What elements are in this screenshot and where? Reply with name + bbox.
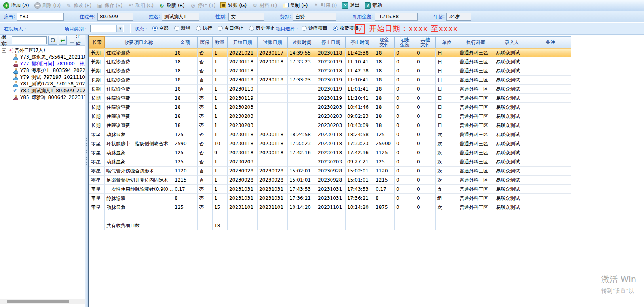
table-row[interactable]: 长期住院诊查费18否1202301192023011911:10:411800日… xyxy=(89,94,571,103)
radio-button[interactable] xyxy=(218,26,223,31)
radio-button[interactable] xyxy=(302,26,307,31)
table-cell: 1 xyxy=(213,167,228,176)
status-option-5[interactable]: 历史停止 xyxy=(249,25,275,32)
table-cell: 17:43:53 xyxy=(346,185,374,194)
panel-splitter[interactable] xyxy=(85,35,89,307)
toolbar-button-add[interactable]: 增加(A) xyxy=(2,1,32,10)
table-row[interactable]: 零星动脉显象125否1202302032023020309:27:2112500… xyxy=(89,157,571,167)
column-header-12[interactable]: 记账 金额 xyxy=(395,36,415,48)
toolbar-button-cancel[interactable]: 取消(C) xyxy=(126,1,156,10)
table-cell: 20230118 xyxy=(316,139,346,148)
table-row[interactable]: 零星环状胰腺十二指肠侧侧吻合术2590否10202301182023011817… xyxy=(89,139,571,148)
table-row[interactable]: 零星喉气管外伤缝合成形术1120否1202309282023092815:02:… xyxy=(89,167,571,176)
discharge-checkbox[interactable] xyxy=(70,38,74,43)
table-row[interactable]: 零星一次性使用静脉输液针(0.9(0...0.17否12023103120231… xyxy=(89,185,571,194)
radio-button[interactable] xyxy=(333,26,338,31)
status-option-2[interactable]: 新增 xyxy=(174,25,190,32)
search-input[interactable] xyxy=(12,36,47,44)
table-row[interactable]: 长期住院诊查费18否1202210212023011714:39:5520230… xyxy=(89,48,571,57)
toolbar-button-stop[interactable]: 停止(T) xyxy=(188,1,218,10)
chevron-down-icon[interactable]: ▼ xyxy=(116,25,123,32)
table-cell: 普通外科三区 xyxy=(458,139,494,148)
table-row[interactable]: 零星动脉显象125否15202311012023110110:14:202023… xyxy=(89,203,571,212)
table-row[interactable]: 长期住院诊查费18否1202301182023011817:33:2320230… xyxy=(89,57,571,66)
radio-button[interactable] xyxy=(249,26,254,31)
column-header-13[interactable]: 其他 支付 xyxy=(415,36,436,48)
toolbar-button-help[interactable]: 帮助 xyxy=(363,1,385,10)
table-row[interactable]: 长期住院诊查费18否1202302032023020309:02:231800日… xyxy=(89,112,571,121)
tree-item-patient[interactable]: Y73_陈永忠_755641_20211022_周 xyxy=(0,54,85,61)
table-row[interactable]: 长期住院诊查费18否1202302032023020310:41:461800日… xyxy=(89,103,571,112)
column-header-17[interactable]: 备注 xyxy=(530,36,571,48)
table-row[interactable]: 长期住院诊查费18否1202302032023020310:43:091800日… xyxy=(89,121,571,130)
column-header-8[interactable]: 过账时间 xyxy=(288,36,316,48)
search-button[interactable] xyxy=(48,36,57,45)
table-row[interactable]: 长期住院诊查费18否1202301182023011817:33:2320230… xyxy=(89,76,571,85)
table-cell: 0.17 xyxy=(374,185,395,194)
tree-collapse-icon[interactable] xyxy=(2,48,6,53)
table-row[interactable]: 零星动脉显象125否1202301182023011818:24:5820230… xyxy=(89,130,571,139)
table-row[interactable]: 长期住院诊查费18否1202301182023011811:42:381800日… xyxy=(89,66,571,76)
column-header-10[interactable]: 停止时间 xyxy=(346,36,374,48)
column-header-3[interactable]: 金额 xyxy=(173,36,198,48)
splitter-grip[interactable] xyxy=(86,136,87,167)
column-header-5[interactable]: 数量 xyxy=(213,36,228,48)
column-header-16[interactable]: 录入人 xyxy=(494,36,530,48)
tree-item-patient[interactable]: Y81_测试0728_770158_20210729 xyxy=(0,81,85,87)
table-cell: 18:24:58 xyxy=(346,130,374,139)
table-cell: 0 xyxy=(415,112,436,121)
tree-item-patient[interactable]: Y83_测试病人1_803599_2022102 xyxy=(0,87,85,94)
tree-root-ward[interactable]: 普外三区(7人) xyxy=(0,47,85,54)
column-header-6[interactable]: 开始日期 xyxy=(228,36,258,48)
column-header-1[interactable]: 长零 xyxy=(89,36,105,48)
charge-items-table: 长零收费项目名称金额医保数量开始日期过账日期过账时间停止日期停止时间现金 支付记… xyxy=(89,36,571,230)
column-header-9[interactable]: 停止日期 xyxy=(316,36,346,48)
toolbar-button-mnemonic: (F) xyxy=(301,3,308,8)
column-header-4[interactable]: 医保 xyxy=(198,36,213,48)
column-header-15[interactable]: 执行科室 xyxy=(458,36,494,48)
toolbar-button-quote[interactable]: 引用(I) xyxy=(311,1,340,10)
patient-field: 性别:女 xyxy=(215,13,264,21)
tree-item-patient[interactable]: Y79_测试_797197_20211108_周ристи xyxy=(0,74,85,81)
status-option-1[interactable]: 全部 xyxy=(152,25,169,32)
column-header-11[interactable]: 现金 支付 xyxy=(374,36,395,48)
toolbar-button-edit[interactable]: 修改(E) xyxy=(64,1,94,10)
column-header-2[interactable]: 收费项目名称 xyxy=(105,36,173,48)
column-header-7[interactable]: 过账日期 xyxy=(258,36,288,48)
horizontal-scrollbar[interactable] xyxy=(0,299,85,304)
category-dropdown[interactable]: ▼ xyxy=(90,25,124,32)
tree-item-patient[interactable]: Y78_海泰护士_803594_20220804 xyxy=(0,67,85,74)
toolbar-button-copy[interactable]: 复制(F) xyxy=(281,1,310,10)
tree-item-patient[interactable]: Y77_樊利[日间]_781600__林文 xyxy=(0,61,85,67)
toolbar-button-exit[interactable]: 退出 xyxy=(340,1,362,10)
column-header-14[interactable]: 单位 xyxy=(436,36,458,48)
toolbar-button-material[interactable]: 材料(L) xyxy=(250,1,280,10)
toolbar-button-refresh[interactable]: 刷新(R) xyxy=(157,1,188,10)
check-icon xyxy=(13,88,19,94)
table-cell: 18 xyxy=(173,121,198,130)
table-cell: 住院诊查费 xyxy=(105,57,173,66)
selection-option-1[interactable]: 诊疗项目 xyxy=(302,25,327,32)
table-row[interactable]: 零星足部骨骨折切开复位内固定术1215否1202309282023092815:… xyxy=(89,176,571,185)
table-row[interactable]: 零星静脉输液8否1202310312023103117:36:212023103… xyxy=(89,194,571,203)
table-cell: 20230118 xyxy=(228,66,258,76)
radio-button[interactable] xyxy=(196,26,201,31)
radio-button[interactable] xyxy=(174,26,179,31)
table-row[interactable]: 长期住院诊查费18否1202301192023011911:01:411800日… xyxy=(89,85,571,94)
toolbar-button-save[interactable]: 保存(S) xyxy=(95,1,125,10)
refresh-list-button[interactable]: ↩ xyxy=(59,36,67,45)
patient-field-value[interactable]: Y83 xyxy=(17,13,64,21)
horizontal-scrollbar-thumb[interactable] xyxy=(7,300,69,303)
selection-option-2[interactable]: 收费项目 xyxy=(333,25,359,32)
toolbar-button-delete[interactable]: 删除(D) xyxy=(33,1,64,10)
tree-item-patient[interactable]: Y85_郑雅玲_800642_20231107_周 xyxy=(0,94,85,101)
radio-button[interactable] xyxy=(152,26,158,31)
table-row[interactable]: 零星动脉显象125否9202301182023011817:42:1620230… xyxy=(89,148,571,157)
status-option-4[interactable]: 今日停止 xyxy=(218,25,243,32)
person-blue-icon xyxy=(13,68,19,74)
toolbar-button-post[interactable]: 过账(G) xyxy=(219,1,249,10)
status-option-3[interactable]: 执行 xyxy=(196,25,212,32)
radio-label: 全部 xyxy=(159,25,169,32)
table-cell: 1215 xyxy=(173,176,198,185)
table-cell: 18 xyxy=(374,85,395,94)
